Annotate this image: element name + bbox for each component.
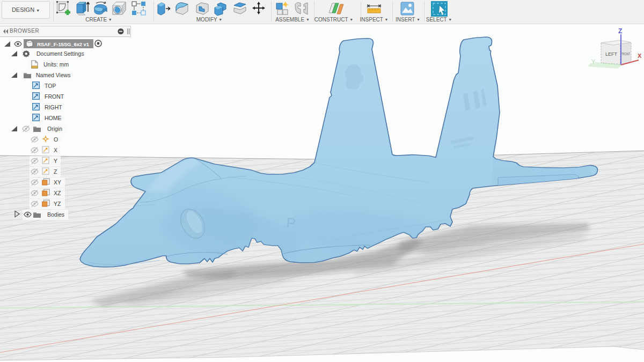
- svg-text:P: P: [286, 215, 296, 231]
- svg-text:XY: XY: [54, 179, 61, 186]
- svg-text:Y: Y: [54, 158, 57, 164]
- svg-text:Origin: Origin: [47, 125, 62, 132]
- svg-text:X: X: [54, 147, 57, 153]
- svg-text:Z: Z: [54, 168, 57, 175]
- svg-text:Named Views: Named Views: [36, 72, 71, 78]
- svg-text:Units: mm: Units: mm: [43, 61, 69, 68]
- svg-text:TOP: TOP: [45, 83, 56, 89]
- svg-text:YZ: YZ: [54, 201, 61, 207]
- svg-text:FRONT: FRONT: [621, 51, 630, 56]
- svg-text:LEFT: LEFT: [605, 51, 618, 57]
- svg-text:Z: Z: [618, 27, 622, 35]
- svg-text:O: O: [54, 136, 58, 143]
- svg-text:RIGHT: RIGHT: [45, 104, 62, 110]
- svg-text:RSAF_F-15SG_6x2 v1: RSAF_F-15SG_6x2 v1: [37, 41, 90, 47]
- svg-text:Document Settings: Document Settings: [36, 50, 84, 57]
- svg-text:HOME: HOME: [45, 115, 62, 121]
- svg-text:X: X: [638, 53, 642, 59]
- svg-text:FRONT: FRONT: [45, 93, 64, 100]
- svg-text:Bodies: Bodies: [47, 211, 64, 218]
- svg-text:XZ: XZ: [54, 190, 61, 196]
